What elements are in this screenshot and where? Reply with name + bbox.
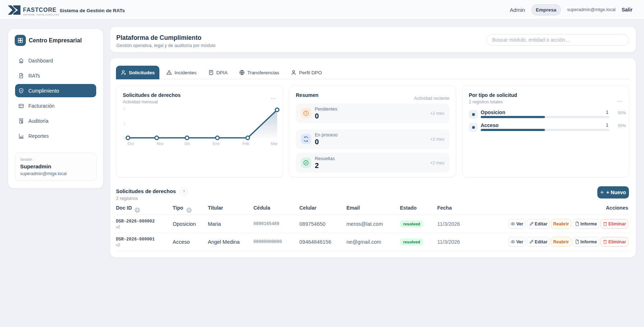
svg-text:Oct: Oct xyxy=(127,141,134,146)
svg-text:0: 0 xyxy=(123,136,125,140)
svg-text:1: 1 xyxy=(123,121,125,126)
svg-text:Dic: Dic xyxy=(185,141,190,146)
svg-text:Mar: Mar xyxy=(271,141,278,146)
svg-text:Nov: Nov xyxy=(157,141,164,146)
svg-text:Ene: Ene xyxy=(213,141,220,146)
svg-text:2: 2 xyxy=(123,107,125,111)
svg-text:Feb: Feb xyxy=(243,141,249,146)
